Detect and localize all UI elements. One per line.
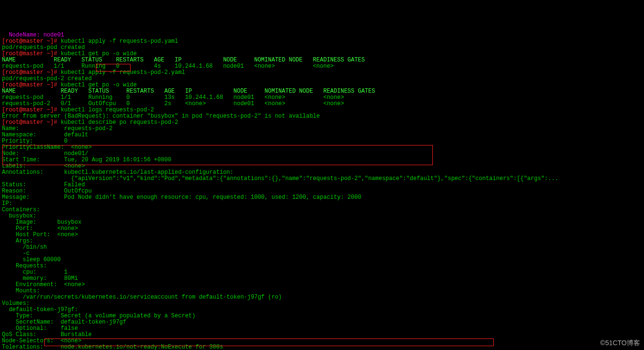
desc-line: Requests: xyxy=(2,263,47,269)
command: kubectl apply -f requests-pod-2.yaml xyxy=(57,69,185,76)
table-row: requests-pod-2 0/1 OutOfcpu 0 2s <none> … xyxy=(2,100,344,107)
desc-line: {"apiVersion":"v1","kind":"Pod","metadat… xyxy=(2,175,558,182)
command: kubectl describe po requests-pod-2 xyxy=(57,119,178,126)
watermark: ©51CTO博客 xyxy=(600,340,640,346)
desc-line: Image: busybox xyxy=(2,219,82,226)
desc-line: Host Port: <none> xyxy=(2,231,78,238)
command: kubectl logs requests-pod-2 xyxy=(57,107,154,113)
prompt: [root@master ~]# xyxy=(2,119,57,126)
command: kubectl get po -o wide xyxy=(57,50,137,57)
desc-line: /var/run/secrets/kubernetes.io/serviceac… xyxy=(2,294,282,301)
status-outofcpu: OutOfcpu xyxy=(88,100,116,107)
desc-line: Start Time: Tue, 20 Aug 2019 16:01:56 +0… xyxy=(2,157,171,163)
desc-line: busybox: xyxy=(2,213,36,219)
desc-line: PriorityClassName: <none> xyxy=(2,144,92,151)
desc-line: Containers: xyxy=(2,206,40,213)
desc-line: SecretName: default-token-j97gf xyxy=(2,319,126,326)
desc-line: -c xyxy=(2,250,30,257)
message-line: Message: Pod Node didn't have enough res… xyxy=(2,194,361,201)
table-header: NAME READY STATUS RESTARTS AGE IP NODE N… xyxy=(2,57,365,63)
desc-line: /bin/sh xyxy=(2,244,47,251)
desc-line: cpu: 1 xyxy=(2,269,68,276)
prompt: [root@master ~]# xyxy=(2,107,57,113)
desc-line: Node: node01/ xyxy=(2,150,88,157)
output: pod/requests-pod created xyxy=(2,44,85,51)
desc-line: Optional: false xyxy=(2,325,78,332)
desc-line: Node-Selectors: <none> xyxy=(2,338,82,344)
desc-line: Environment: <none> xyxy=(2,281,85,288)
desc-line: Priority: 0 xyxy=(2,138,68,145)
prompt: [root@master ~]# xyxy=(2,69,57,76)
desc-line: Tolerations: node.kubernetes.io/not-read… xyxy=(2,344,223,350)
desc-line: memory: 80Mi xyxy=(2,275,78,282)
desc-line: Volumes: xyxy=(2,300,30,307)
table-header: NAME READY STATUS RESTARTS AGE IP NODE N… xyxy=(2,88,375,95)
desc-line: Annotations: kubectl.kubernetes.io/last-… xyxy=(2,169,233,176)
desc-line: Args: xyxy=(2,238,33,244)
table-row: requests-pod 1/1 Running 0 4s 10.244.1.6… xyxy=(2,63,334,70)
terminal-output: NodeName: node01 [root@master ~]# kubect… xyxy=(2,26,642,350)
prompt: [root@master ~]# xyxy=(2,82,57,88)
line: NodeName: node01 xyxy=(2,32,64,38)
prompt: [root@master ~]# xyxy=(2,38,57,45)
command: kubectl apply -f requests-pod.yaml xyxy=(57,38,178,45)
status-failed: Status: Failed xyxy=(2,181,85,188)
error-line: Error from server (BadRequest): containe… xyxy=(2,113,320,120)
desc-line: Labels: <none> xyxy=(2,163,85,169)
desc-line: Mounts: xyxy=(2,288,40,294)
command: kubectl get po -o wide xyxy=(57,82,137,88)
desc-line: sleep 60000 xyxy=(2,256,60,263)
prompt: [root@master ~]# xyxy=(2,50,57,57)
desc-line: default-token-j97gf: xyxy=(2,306,78,313)
table-row: requests-pod 1/1 Running 0 13s 10.244.1.… xyxy=(2,94,344,101)
desc-line: Name: requests-pod-2 xyxy=(2,125,112,132)
reason-line: Reason: OutOfcpu xyxy=(2,188,92,194)
desc-line: Type: Secret (a volume populated by a Se… xyxy=(2,313,195,319)
desc-line: QoS Class: Burstable xyxy=(2,331,92,338)
desc-line: Port: <none> xyxy=(2,225,78,232)
desc-line: Namespace: default xyxy=(2,132,88,138)
output: pod/requests-pod-2 created xyxy=(2,75,92,82)
desc-line: IP: xyxy=(2,200,64,207)
